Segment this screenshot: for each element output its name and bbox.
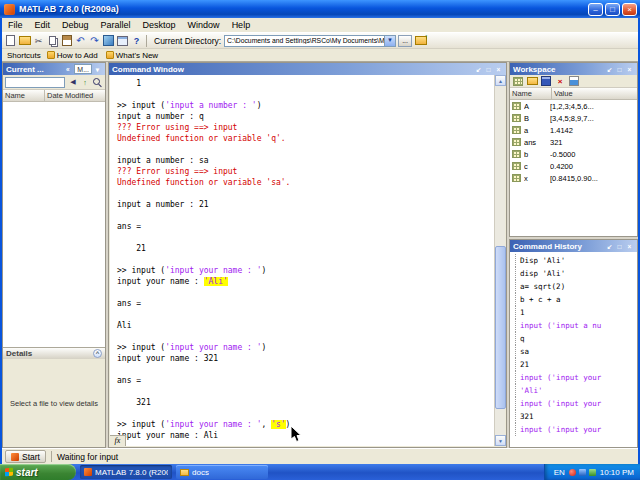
redo-icon[interactable]: ↷ (88, 34, 101, 47)
cut-icon[interactable]: ✂ (32, 34, 45, 47)
history-item[interactable]: 'Ali' (512, 384, 637, 397)
tray-icon-green[interactable] (589, 469, 596, 476)
details-toggle-icon[interactable]: ^ (93, 349, 102, 358)
open-variable-icon[interactable] (526, 76, 538, 87)
command-window-scrollbar[interactable]: ▲ ▼ (494, 75, 505, 446)
history-item[interactable]: 21 (512, 358, 637, 371)
workspace-row[interactable]: x[0.8415,0.90... (510, 172, 637, 184)
command-history-titlebar[interactable]: Command History ↙ □ × (510, 240, 637, 252)
column-header-value[interactable]: Value (552, 88, 637, 99)
undock-icon[interactable]: ↙ (474, 65, 483, 74)
back-icon[interactable]: ◀ (67, 76, 79, 88)
taskbar-item-1[interactable]: MATLAB 7.8.0 (R200... (80, 465, 172, 479)
current-directory-titlebar[interactable]: Current ... « M... ▾ (3, 63, 105, 75)
scrollbar-thumb[interactable] (495, 246, 506, 409)
menu-help[interactable]: Help (226, 19, 257, 31)
open-folder-icon[interactable] (18, 34, 31, 47)
variable-value: 321 (550, 138, 637, 147)
menu-file[interactable]: File (2, 19, 29, 31)
history-item[interactable]: b + c + a (512, 293, 637, 306)
maximize-icon[interactable]: □ (484, 65, 493, 74)
column-header-name[interactable]: Name (510, 88, 552, 99)
shortcuts-label[interactable]: Shortcuts (7, 51, 41, 60)
shortcut-item[interactable]: How to Add (47, 51, 98, 60)
simulink-icon[interactable] (102, 34, 115, 47)
column-header-name[interactable]: Name (3, 90, 45, 101)
history-item[interactable]: input ('input your (512, 397, 637, 410)
shortcut-item[interactable]: What's New (106, 51, 158, 60)
help-icon[interactable]: ? (130, 34, 143, 47)
close-icon[interactable]: × (625, 65, 634, 74)
menu-parallel[interactable]: Parallel (95, 19, 137, 31)
new-variable-icon[interactable] (512, 76, 524, 87)
menu-window[interactable]: Window (182, 19, 226, 31)
maximize-button[interactable]: □ (605, 3, 620, 16)
column-header-date-modified[interactable]: Date Modified (45, 90, 105, 101)
history-item[interactable]: a= sqrt(2) (512, 280, 637, 293)
history-item[interactable]: disp 'Ali' (512, 267, 637, 280)
maximize-icon[interactable]: □ (615, 242, 624, 251)
history-item[interactable]: Disp 'Ali' (512, 254, 637, 267)
undock-icon[interactable]: ↙ (605, 65, 614, 74)
history-item[interactable]: input ('input your (512, 371, 637, 384)
search-icon[interactable] (91, 76, 103, 88)
menu-debug[interactable]: Debug (56, 19, 95, 31)
history-item[interactable]: q (512, 332, 637, 345)
browse-button[interactable]: ... (398, 35, 412, 47)
collapse-icon[interactable]: « (63, 65, 72, 74)
workspace-row[interactable]: c0.4200 (510, 160, 637, 172)
paste-icon[interactable] (60, 34, 73, 47)
up-one-level-icon[interactable] (414, 34, 428, 47)
menu-edit[interactable]: Edit (29, 19, 57, 31)
fx-button[interactable]: fx (110, 435, 126, 446)
path-field[interactable] (5, 77, 65, 88)
tray-icon-red[interactable] (569, 469, 576, 476)
undock-icon[interactable]: ↙ (605, 242, 614, 251)
close-icon[interactable]: × (494, 65, 503, 74)
workspace-variable-list[interactable]: A[1,2,3;4,5,6...B[3,4,5;8,9,7...a1.4142a… (510, 100, 637, 236)
taskbar-item-2[interactable]: docs (176, 465, 268, 479)
up-folder-icon[interactable]: ↑ (79, 76, 91, 88)
history-item[interactable]: sa (512, 345, 637, 358)
guide-icon[interactable] (116, 34, 129, 47)
history-item[interactable]: 321 (512, 410, 637, 423)
close-button[interactable]: × (622, 3, 637, 16)
workspace-row[interactable]: B[3,4,5;8,9,7... (510, 112, 637, 124)
close-icon[interactable]: × (625, 242, 634, 251)
history-item[interactable]: input ('input a nu (512, 319, 637, 332)
save-workspace-icon[interactable] (540, 76, 552, 87)
delete-variable-icon[interactable]: × (554, 76, 566, 87)
directory-tab[interactable]: M... (74, 64, 92, 74)
clock[interactable]: 10:10 PM (600, 468, 634, 477)
command-history-list[interactable]: Disp 'Ali'disp 'Ali'a= sqrt(2)b + c + a1… (510, 252, 637, 447)
language-indicator[interactable]: EN (554, 468, 565, 477)
workspace-row[interactable]: A[1,2,3;4,5,6... (510, 100, 637, 112)
tray-icon-blue[interactable] (579, 469, 586, 476)
new-file-icon[interactable] (4, 34, 17, 47)
chevron-down-icon[interactable]: ▼ (384, 36, 395, 46)
scroll-up-icon[interactable]: ▲ (495, 75, 506, 86)
command-window-content[interactable]: 1 >> input ('input a number : ')input a … (110, 75, 494, 446)
file-list[interactable] (3, 102, 105, 347)
workspace-row[interactable]: ans321 (510, 136, 637, 148)
menu-desktop[interactable]: Desktop (137, 19, 182, 31)
plot-icon[interactable] (568, 76, 580, 87)
workspace-row[interactable]: b-0.5000 (510, 148, 637, 160)
command-window-titlebar[interactable]: Command Window ↙ □ × (109, 63, 506, 75)
windows-start-button[interactable]: start (0, 464, 76, 480)
undo-icon[interactable]: ↶ (74, 34, 87, 47)
copy-icon[interactable] (46, 34, 59, 47)
variable-name: c (524, 162, 550, 171)
workspace-row[interactable]: a1.4142 (510, 124, 637, 136)
command-line: Undefined function or variable 'q'. (117, 133, 494, 144)
matlab-start-button[interactable]: Start (5, 450, 46, 463)
minimize-button[interactable]: – (588, 3, 603, 16)
workspace-titlebar[interactable]: Workspace ↙ □ × (510, 63, 637, 75)
history-item[interactable]: 1 (512, 306, 637, 319)
details-header[interactable]: Details ^ (3, 347, 105, 359)
maximize-icon[interactable]: □ (615, 65, 624, 74)
chevron-down-icon[interactable]: ▾ (93, 65, 102, 74)
history-item[interactable]: input ('input your (512, 423, 637, 436)
scroll-down-icon[interactable]: ▼ (495, 435, 506, 446)
current-directory-combo[interactable]: C:\Documents and Settings\RSCo\My Docume… (224, 35, 396, 47)
